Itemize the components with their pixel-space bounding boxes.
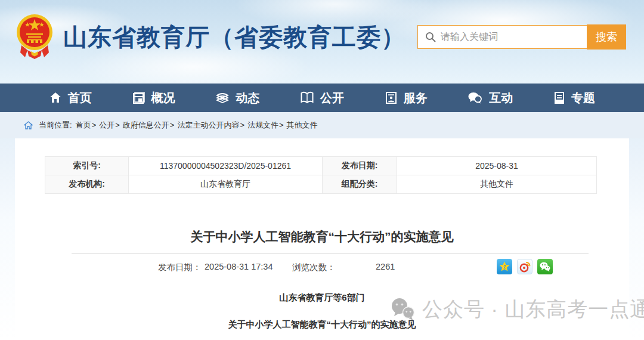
breadcrumb-item-open[interactable]: 公开 bbox=[99, 120, 123, 131]
site-title: 山东省教育厅（省委教育工委） bbox=[63, 12, 405, 62]
article-body-line: 关于中小学人工智能教育“十大行动”的实施意见 bbox=[15, 319, 629, 330]
article-meta: 发布日期： 2025-08-31 17:34 浏览次数： 2261 Z bbox=[15, 258, 629, 276]
article-title: 关于中小学人工智能教育“十大行动”的实施意见 bbox=[15, 228, 629, 245]
topics-icon bbox=[553, 91, 565, 104]
breadcrumb-item-other-docs[interactable]: 其他文件 bbox=[287, 120, 318, 131]
nav-item-label: 互动 bbox=[489, 90, 513, 106]
publish-date-value: 2025-08-31 17:34 bbox=[205, 262, 273, 271]
national-emblem-icon bbox=[16, 12, 54, 62]
search-button[interactable]: 搜索 bbox=[587, 24, 626, 50]
news-icon bbox=[215, 91, 230, 104]
open-book-icon bbox=[300, 91, 314, 104]
nav-item-interaction[interactable]: 互动 bbox=[467, 90, 513, 106]
service-icon bbox=[385, 91, 398, 104]
nav-item-label: 专题 bbox=[571, 90, 595, 106]
search-box: 搜索 bbox=[417, 25, 626, 49]
breadcrumb: 当前位置: 首页 公开 政府信息公开 法定主动公开内容 法规文件 其他文件 bbox=[0, 112, 644, 138]
weibo-icon[interactable] bbox=[517, 259, 532, 274]
title-divider bbox=[72, 253, 589, 254]
svg-text:Z: Z bbox=[503, 265, 506, 269]
nav-item-open[interactable]: 公开 bbox=[300, 90, 344, 106]
nav-item-label: 概况 bbox=[151, 90, 175, 106]
nav-item-service[interactable]: 服务 bbox=[385, 90, 428, 106]
views-count: 2261 bbox=[376, 262, 395, 271]
search-icon bbox=[425, 32, 436, 42]
nav-item-label: 动态 bbox=[236, 90, 259, 106]
doc-info-label: 发布日期: bbox=[323, 157, 397, 175]
breadcrumb-item-gov-info[interactable]: 政府信息公开 bbox=[123, 120, 178, 131]
breadcrumb-item-statutory[interactable]: 法定主动公开内容 bbox=[177, 120, 247, 131]
article-body-line: 山东省教育厅等6部门 bbox=[15, 292, 629, 304]
search-input[interactable] bbox=[436, 26, 587, 48]
nav-item-label: 服务 bbox=[404, 90, 428, 106]
brand: 山东省教育厅（省委教育工委） bbox=[16, 12, 405, 62]
doc-info-label: 发布机构: bbox=[45, 175, 129, 194]
wechat-icon[interactable] bbox=[537, 259, 553, 274]
main-nav: 首页 概况 动态 公开 服务 互动 专题 bbox=[0, 84, 644, 112]
doc-info-label: 组配分类: bbox=[323, 175, 397, 194]
breadcrumb-item-home[interactable]: 首页 bbox=[76, 120, 100, 131]
site-header: 山东省教育厅（省委教育工委） 搜索 bbox=[0, 0, 644, 84]
doc-info-value: 其他文件 bbox=[397, 175, 597, 194]
breadcrumb-location-label: 当前位置: bbox=[39, 120, 72, 131]
nav-item-overview[interactable]: 概况 bbox=[132, 90, 175, 106]
overview-icon bbox=[132, 91, 145, 104]
breadcrumb-home-icon[interactable] bbox=[24, 121, 33, 129]
nav-item-label: 公开 bbox=[320, 90, 344, 106]
doc-info-value: 2025-08-31 bbox=[397, 157, 597, 175]
doc-info-label: 索引号: bbox=[45, 157, 129, 175]
nav-item-home[interactable]: 首页 bbox=[49, 90, 92, 106]
home-icon bbox=[49, 91, 62, 104]
doc-info-value: 山东省教育厅 bbox=[129, 175, 323, 194]
qzone-icon[interactable]: Z bbox=[497, 259, 512, 274]
table-row: 发布机构: 山东省教育厅 组配分类: 其他文件 bbox=[45, 175, 597, 194]
share-icons: Z bbox=[497, 259, 553, 274]
content-card: 索引号: 11370000004502323D/2025-01261 发布日期:… bbox=[15, 138, 629, 340]
breadcrumb-item-regulations[interactable]: 法规文件 bbox=[247, 120, 287, 131]
nav-item-topics[interactable]: 专题 bbox=[553, 90, 595, 106]
table-row: 索引号: 11370000004502323D/2025-01261 发布日期:… bbox=[45, 157, 597, 175]
doc-info-table: 索引号: 11370000004502323D/2025-01261 发布日期:… bbox=[45, 156, 597, 194]
interaction-icon bbox=[467, 91, 483, 104]
nav-item-label: 首页 bbox=[68, 90, 92, 106]
views-label: 浏览次数： bbox=[292, 262, 336, 273]
nav-item-news[interactable]: 动态 bbox=[215, 90, 259, 106]
publish-date-label: 发布日期： bbox=[158, 262, 202, 273]
doc-info-value: 11370000004502323D/2025-01261 bbox=[129, 157, 323, 175]
